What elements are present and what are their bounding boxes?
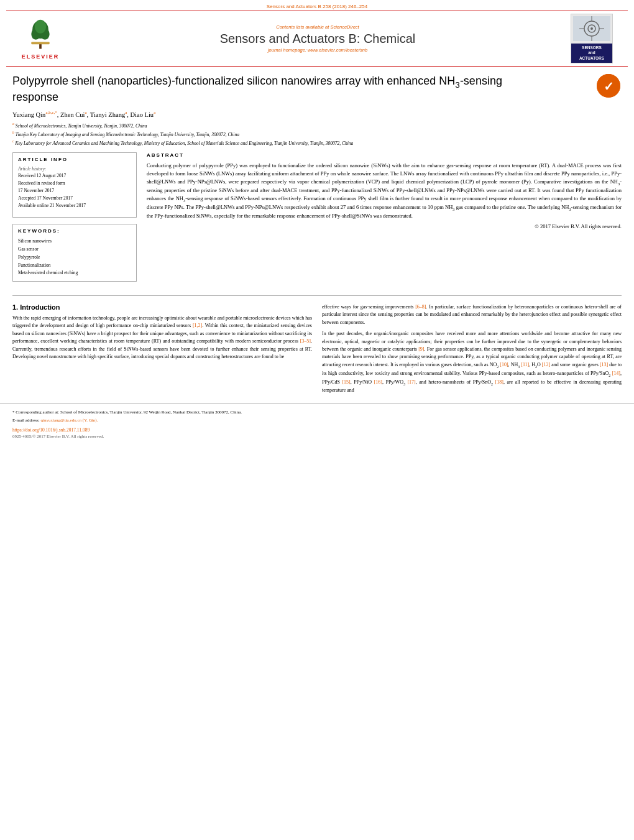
article-title: Polypyrrole shell (nanoparticles)-functi… — [12, 74, 587, 105]
footnote-email: E-mail address: qinyuxiang@tju.edu.cn (Y… — [12, 417, 622, 424]
date-revised: 17 November 2017 — [18, 187, 131, 195]
journal-homepage: journal homepage: www.elsevier.com/locat… — [75, 47, 561, 53]
article-history-label: Article history: — [18, 166, 131, 172]
email-link[interactable]: qinyuxiang@tju.edu.cn (Y. Qin). — [41, 418, 98, 423]
ref-13: [13] — [600, 362, 608, 367]
crossmark-logo[interactable]: ✓ — [597, 74, 622, 99]
section1-right-text-p1: effective ways for gas-sensing improveme… — [322, 303, 622, 326]
ref-14: [14] — [612, 371, 620, 376]
elsevier-logo: ELSEVIER — [12, 18, 68, 60]
abstract-heading: ABSTRACT — [147, 152, 622, 158]
svg-rect-5 — [31, 42, 49, 44]
keywords-heading: Keywords: — [18, 228, 131, 234]
section-divider — [12, 295, 622, 296]
header-area: ELSEVIER Contents lists available at Sci… — [6, 11, 628, 67]
article-info-box: ARTICLE INFO Article history: Received 1… — [12, 152, 137, 218]
ref-16: [16] — [374, 379, 382, 385]
keyword-1: Silicon nanowires — [18, 238, 131, 246]
ref-6-8: [6–8] — [415, 304, 426, 310]
sensors-actuators-logo: SENSORSandACTUATORS — [571, 14, 613, 63]
keyword-2: Gas sensor — [18, 246, 131, 254]
svg-point-9 — [590, 27, 593, 30]
ref-3-5: [3–5] — [300, 338, 311, 344]
abstract-text: Conducting polymer of polypyrrole (PPy) … — [147, 162, 622, 231]
affiliation-a: a School of Microelectronics, Tianjin Un… — [12, 121, 622, 129]
left-column: ARTICLE INFO Article history: Received 1… — [12, 152, 137, 282]
doi-link[interactable]: https://doi.org/10.1016/j.snb.2017.11.08… — [12, 427, 90, 433]
article-history-group: Article history: Received 12 August 2017… — [18, 166, 131, 210]
svg-point-4 — [35, 19, 46, 33]
page: Sensors and Actuators B 258 (2018) 246–2… — [0, 0, 634, 840]
keyword-3: Polypyrrole — [18, 254, 131, 262]
affiliation-b: b Tianjin Key Laboratory of Imaging and … — [12, 130, 622, 138]
elsevier-tree-icon — [22, 18, 59, 52]
sciencedirect-text[interactable]: ScienceDirect — [330, 24, 359, 30]
sensors-logo-text: SENSORSandACTUATORS — [571, 44, 612, 63]
article-info-heading: ARTICLE INFO — [18, 157, 131, 162]
article-dates: Received 12 August 2017 Received in revi… — [18, 172, 131, 210]
article-content: Polypyrrole shell (nanoparticles)-functi… — [0, 67, 634, 288]
crossmark-icon: ✓ — [597, 74, 620, 98]
body-content: 1. Introduction With the rapid emerging … — [0, 303, 634, 399]
ref-12: [12] — [542, 362, 550, 367]
copyright-text: © 2017 Elsevier B.V. All rights reserved… — [147, 223, 622, 231]
ref-10: [10] — [500, 362, 508, 367]
authors: Yuxiang Qina,b,c,*, Zhen Cuia, Tianyi Zh… — [12, 110, 622, 118]
sensors-logo-box: SENSORSandACTUATORS — [567, 14, 617, 63]
section1-right-text-p2: In the past decades, the organic/inorgan… — [322, 330, 622, 395]
body-left-column: 1. Introduction With the rapid emerging … — [12, 303, 312, 399]
ref-9: [9] — [418, 346, 424, 352]
journal-title: Sensors and Actuators B: Chemical — [75, 32, 561, 46]
date-revised-label: Received in revised form — [18, 180, 131, 187]
date-received: Received 12 August 2017 — [18, 172, 131, 180]
affiliation-c: c Key Laboratory for Advanced Ceramics a… — [12, 139, 622, 147]
keywords-list: Silicon nanowires Gas sensor Polypyrrole… — [18, 238, 131, 277]
article-info-abstract-row: ARTICLE INFO Article history: Received 1… — [12, 152, 622, 282]
ref-18: [18] — [495, 379, 503, 385]
footer-area: * Corresponding author at: School of Mic… — [0, 404, 634, 441]
ref-15: [15] — [342, 379, 350, 385]
keywords-box: Keywords: Silicon nanowires Gas sensor P… — [12, 224, 137, 282]
sensors-logo-image-area — [571, 14, 612, 44]
abstract-section: ABSTRACT Conducting polymer of polypyrro… — [147, 152, 622, 282]
sciencedirect-link: Contents lists available at ScienceDirec… — [75, 24, 561, 30]
journal-reference: Sensors and Actuators B 258 (2018) 246–2… — [267, 4, 367, 9]
keyword-4: Functionalization — [18, 262, 131, 270]
ref-17: [17] — [407, 379, 415, 385]
date-accepted: Accepted 17 November 2017 — [18, 195, 131, 202]
journal-top-bar: Sensors and Actuators B 258 (2018) 246–2… — [0, 0, 634, 11]
ref-1-2: [1,2] — [193, 323, 202, 328]
journal-homepage-url[interactable]: www.elsevier.com/locate/snb — [308, 47, 367, 53]
affiliations: a School of Microelectronics, Tianjin Un… — [12, 121, 622, 146]
sensors-logo-graphic-icon — [573, 16, 610, 41]
header-center: Contents lists available at ScienceDirec… — [68, 23, 567, 54]
svg-text:✓: ✓ — [604, 80, 614, 93]
date-online: Available online 21 November 2017 — [18, 202, 131, 210]
section1-title: 1. Introduction — [12, 303, 312, 311]
ref-11: [11] — [521, 362, 529, 367]
footnote-corresponding: * Corresponding author at: School of Mic… — [12, 409, 622, 416]
elsevier-label: ELSEVIER — [22, 53, 60, 60]
keyword-5: Metal-assisted chemical etching — [18, 269, 131, 277]
issn-line: 0925-4005/© 2017 Elsevier B.V. All right… — [12, 434, 622, 439]
section1-left-text: With the rapid emerging of information t… — [12, 315, 312, 361]
body-right-column: effective ways for gas-sensing improveme… — [322, 303, 622, 399]
